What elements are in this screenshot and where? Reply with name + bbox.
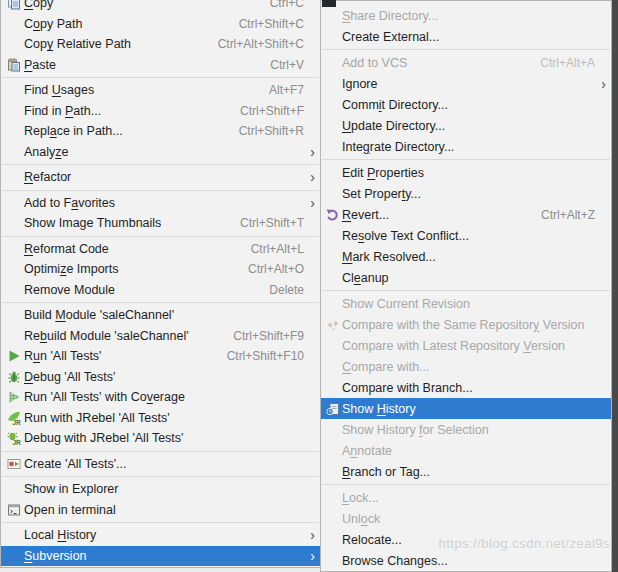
menu-item-run-all-tests-with-coverage[interactable]: Run 'All Tests' with Coverage	[1, 387, 320, 408]
background-fragment	[322, 0, 336, 7]
menu-item-find-usages[interactable]: Find UsagesAlt+F7	[1, 80, 320, 101]
menu-item-label: Run 'All Tests' with Coverage	[24, 390, 304, 404]
menu-separator	[2, 302, 319, 303]
svg-text:JR: JR	[12, 418, 21, 425]
menu-item-label: Copy Path	[24, 17, 225, 31]
menu-item-ignore[interactable]: Ignore›	[321, 73, 611, 94]
menu-item-label: Run 'All Tests'	[24, 349, 213, 363]
menu-item-create-external[interactable]: Create External...	[321, 26, 611, 47]
menu-item-open-in-terminal[interactable]: Open in terminal	[1, 500, 320, 521]
menu-item-label: Set Property...	[342, 187, 595, 201]
debug-icon	[3, 370, 24, 384]
menu-separator	[2, 451, 319, 452]
menu-item-label: Show Image Thumbnails	[24, 216, 226, 230]
run-icon	[3, 349, 24, 363]
menu-item-run-with-jrebel-all-tests[interactable]: JRRun with JRebel 'All Tests'	[1, 408, 320, 429]
menu-item-label: Ignore	[342, 77, 595, 91]
menu-item-commit-directory[interactable]: Commit Directory...	[321, 94, 611, 115]
menu-item-show-history[interactable]: Show History	[321, 398, 611, 419]
shortcut-label: Ctrl+V	[270, 58, 304, 72]
menu-item-debug-all-tests[interactable]: Debug 'All Tests'	[1, 367, 320, 388]
menu-item-label: Reformat Code	[24, 242, 237, 256]
menu-item-find-in-path[interactable]: Find in Path...Ctrl+Shift+F	[1, 101, 320, 122]
menu-item-label: Optimize Imports	[24, 262, 234, 276]
menu-item-unlock: Unlock	[321, 508, 611, 529]
menu-item-label: Relocate...	[342, 533, 595, 547]
menu-item-add-to-favorites[interactable]: Add to Favorites›	[1, 193, 320, 214]
menu-item-label: Lock...	[342, 491, 595, 505]
menu-item-integrate-directory[interactable]: Integrate Directory...	[321, 136, 611, 157]
menu-item-copy[interactable]: CopyCtrl+C	[1, 0, 320, 14]
menu-item-label: Compare with Branch...	[342, 381, 595, 395]
compare-icon	[323, 318, 342, 332]
menu-item-compare-with-branch[interactable]: Compare with Branch...	[321, 377, 611, 398]
create-tests-icon	[3, 457, 24, 471]
menu-item-debug-with-jrebel-all-tests[interactable]: JRDebug with JRebel 'All Tests'	[1, 428, 320, 449]
menu-item-copy-relative-path[interactable]: Copy Relative PathCtrl+Alt+Shift+C	[1, 34, 320, 55]
menu-item-label: Commit Directory...	[342, 98, 595, 112]
menu-item-label: Cleanup	[342, 271, 595, 285]
menu-item-label: Share Directory...	[342, 9, 595, 23]
menu-item-compare-with-the-same-repository-version: Compare with the Same Repository Version	[321, 314, 611, 335]
menu-item-edit-properties[interactable]: Edit Properties	[321, 162, 611, 183]
menu-item-label: Edit Properties	[342, 166, 595, 180]
menu-item-label: Find in Path...	[24, 104, 226, 118]
menu-item-revert[interactable]: Revert...Ctrl+Alt+Z	[321, 204, 611, 225]
menu-item-label: Update Directory...	[342, 119, 595, 133]
submenu-arrow-icon: ›	[304, 551, 315, 561]
menu-item-label: Debug 'All Tests'	[24, 370, 304, 384]
menu-item-label: Annotate	[342, 444, 595, 458]
menu-item-show-image-thumbnails[interactable]: Show Image ThumbnailsCtrl+Shift+T	[1, 213, 320, 234]
menu-item-optimize-imports[interactable]: Optimize ImportsCtrl+Alt+O	[1, 259, 320, 280]
menu-item-label: Integrate Directory...	[342, 140, 595, 154]
menu-item-paste[interactable]: PasteCtrl+V	[1, 55, 320, 76]
shortcut-label: Ctrl+Alt+Z	[541, 208, 595, 222]
copy-icon	[3, 0, 24, 10]
menu-item-local-history[interactable]: Local History›	[1, 525, 320, 546]
submenu-arrow-icon: ›	[304, 172, 315, 182]
menu-item-create-all-tests[interactable]: Create 'All Tests'...	[1, 454, 320, 475]
revert-icon	[323, 208, 342, 222]
menu-item-label: Debug with JRebel 'All Tests'	[24, 431, 304, 445]
menu-item-relocate[interactable]: Relocate...	[321, 529, 611, 550]
menu-item-share-directory: Share Directory...	[321, 5, 611, 26]
ide-background-strip	[612, 0, 618, 572]
subversion-submenu: Share Directory...Create External...Add …	[320, 0, 612, 572]
shortcut-label: Ctrl+Alt+O	[248, 262, 304, 276]
menu-item-reformat-code[interactable]: Reformat CodeCtrl+Alt+L	[1, 239, 320, 260]
menu-item-run-all-tests[interactable]: Run 'All Tests'Ctrl+Shift+F10	[1, 346, 320, 367]
menu-separator	[2, 236, 319, 237]
menu-item-label: Show History	[342, 402, 595, 416]
svg-text:JR: JR	[12, 439, 21, 446]
menu-item-set-property[interactable]: Set Property...	[321, 183, 611, 204]
shortcut-label: Ctrl+C	[270, 0, 304, 10]
menu-item-label: Build Module 'saleChannel'	[24, 308, 304, 322]
menu-item-refactor[interactable]: Refactor›	[1, 167, 320, 188]
menu-item-label: Compare with...	[342, 360, 595, 374]
menu-item-update-directory[interactable]: Update Directory...	[321, 115, 611, 136]
menu-item-annotate: Annotate	[321, 440, 611, 461]
shortcut-label: Ctrl+Shift+F10	[227, 349, 304, 363]
menu-item-label: Run with JRebel 'All Tests'	[24, 411, 304, 425]
menu-item-copy-path[interactable]: Copy PathCtrl+Shift+C	[1, 14, 320, 35]
menu-item-label: Branch or Tag...	[342, 465, 595, 479]
menu-item-browse-changes[interactable]: Browse Changes...	[321, 550, 611, 571]
menu-item-label: Revert...	[342, 208, 527, 222]
menu-item-subversion[interactable]: Subversion›	[1, 546, 320, 567]
menu-item-remove-module[interactable]: Remove ModuleDelete	[1, 280, 320, 301]
menu-item-branch-or-tag[interactable]: Branch or Tag...	[321, 461, 611, 482]
menu-item-resolve-text-conflict[interactable]: Resolve Text Conflict...	[321, 225, 611, 246]
shortcut-label: Ctrl+Alt+Shift+C	[218, 37, 304, 51]
menu-item-show-in-explorer[interactable]: Show in Explorer	[1, 479, 320, 500]
menu-item-cleanup[interactable]: Cleanup	[321, 267, 611, 288]
menu-separator	[322, 290, 610, 291]
menu-item-analyze[interactable]: Analyze›	[1, 142, 320, 163]
menu-item-label: Resolve Text Conflict...	[342, 229, 595, 243]
menu-item-build-module-salechannel[interactable]: Build Module 'saleChannel'	[1, 305, 320, 326]
shortcut-label: Ctrl+Shift+F9	[233, 329, 304, 343]
menu-item-mark-resolved[interactable]: Mark Resolved...	[321, 246, 611, 267]
menu-separator	[2, 190, 319, 191]
menu-item-replace-in-path[interactable]: Replace in Path...Ctrl+Shift+R	[1, 121, 320, 142]
shortcut-label: Ctrl+Shift+F	[240, 104, 304, 118]
menu-item-rebuild-module-salechannel[interactable]: Rebuild Module 'saleChannel'Ctrl+Shift+F…	[1, 326, 320, 347]
